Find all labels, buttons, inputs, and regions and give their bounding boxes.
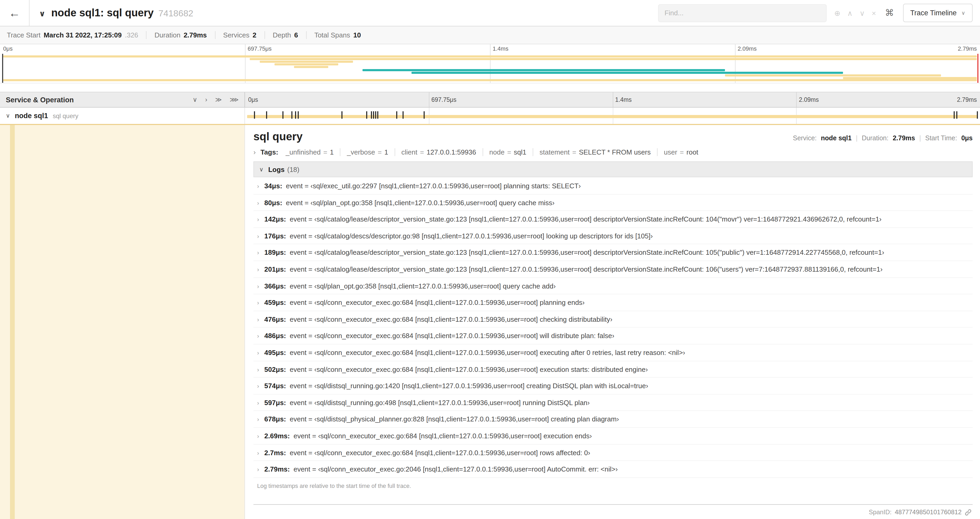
prev-match-icon[interactable]: ∧ <box>847 9 853 17</box>
services-stat: Services 2 <box>215 31 265 39</box>
back-button[interactable]: ← <box>0 0 30 26</box>
log-event-text: event = ‹sql/distsql_running.go:498 [nsq… <box>290 398 590 407</box>
tag-value: 1 <box>384 148 388 156</box>
service-value: node sql1 <box>821 134 852 142</box>
log-event-tick <box>366 111 367 119</box>
total-spans-stat: Total Spans 10 <box>306 31 369 39</box>
tag-equals: = <box>323 148 327 156</box>
tag-equals: = <box>420 148 424 156</box>
log-timestamp: 678μs: <box>264 415 286 423</box>
clear-find-icon[interactable]: × <box>872 9 876 17</box>
expand-one-icon[interactable]: › <box>205 96 207 103</box>
gridline <box>735 44 735 83</box>
depth-label: Depth <box>273 31 291 39</box>
time-tick-label: 2.09ms <box>738 45 757 52</box>
page-title: node sql1: sql query <box>51 7 154 19</box>
log-event-tick <box>423 111 425 119</box>
total-spans-label: Total Spans <box>314 31 350 39</box>
tags-row[interactable]: › Tags: _unfinished=1_verbose=1client=12… <box>253 148 973 156</box>
chevron-down-icon[interactable]: ∨ <box>39 9 45 18</box>
log-row[interactable]: ›574μs:event = ‹sql/distsql_running.go:1… <box>253 378 973 394</box>
trace-start-stat: Trace Start March 31 2022, 17:25:09 .326 <box>7 31 147 39</box>
chevron-down-icon: ∨ <box>961 10 965 16</box>
tag-value: 1 <box>330 148 334 156</box>
trace-start-value: March 31 2022, 17:25:09 <box>44 31 122 39</box>
minimap-span-bar <box>294 66 328 68</box>
log-row[interactable]: ›80μs:event = ‹sql/plan_opt.go:358 [nsql… <box>253 194 973 211</box>
time-tick-label: 697.75μs <box>248 45 272 52</box>
span-id-label: SpanID: <box>869 508 892 516</box>
log-event-text: event = ‹sql/distsql_physical_planner.go… <box>290 415 619 423</box>
log-row[interactable]: ›34μs:event = ‹sql/exec_util.go:2297 [ns… <box>253 178 973 194</box>
time-tick-label: 2.09ms <box>799 96 819 103</box>
service-operation-label: Service & Operation <box>6 96 74 104</box>
log-timestamp: 574μs: <box>264 382 286 390</box>
span-detail-panel: sql query Service: node sql1 | Duration:… <box>245 125 980 519</box>
link-icon[interactable] <box>965 509 972 516</box>
time-tick-label: 1.4ms <box>615 96 632 103</box>
log-row[interactable]: ›176μs:event = ‹sql/catalog/descs/descri… <box>253 228 973 244</box>
log-row[interactable]: ›201μs:event = ‹sql/catalog/lease/descri… <box>253 261 973 278</box>
chevron-down-icon[interactable]: ∨ <box>6 112 10 119</box>
log-row[interactable]: ›459μs:event = ‹sql/conn_executor_exec.g… <box>253 294 973 311</box>
log-row[interactable]: ›189μs:event = ‹sql/catalog/lease/descri… <box>253 244 973 261</box>
tag-item: client=127.0.0.1:59936 <box>395 148 483 156</box>
log-row[interactable]: ›678μs:event = ‹sql/distsql_physical_pla… <box>253 411 973 428</box>
depth-value: 6 <box>294 31 298 39</box>
gridline <box>245 44 245 83</box>
log-row[interactable]: ›2.7ms:event = ‹sql/conn_executor_exec.g… <box>253 444 973 461</box>
log-timestamp: 2.79ms: <box>264 465 290 473</box>
logs-title: Logs <box>268 165 285 173</box>
focus-match-icon[interactable]: ⊕ <box>834 9 840 17</box>
view-selector-label: Trace Timeline <box>910 9 956 17</box>
minimap-span-bar <box>725 74 941 76</box>
view-selector-dropdown[interactable]: Trace Timeline ∨ <box>903 4 973 22</box>
next-match-icon[interactable]: ∨ <box>859 9 865 17</box>
log-row[interactable]: ›2.79ms:event = ‹sql/conn_executor_exec.… <box>253 461 973 477</box>
log-row[interactable]: ›366μs:event = ‹sql/plan_opt.go:358 [nsq… <box>253 278 973 294</box>
tag-key: node <box>489 148 504 156</box>
trace-minimap[interactable]: 0μs697.75μs1.4ms2.09ms2.79ms <box>0 44 980 83</box>
total-spans-value: 10 <box>353 31 361 39</box>
log-row[interactable]: ›476μs:event = ‹sql/conn_executor_exec.g… <box>253 311 973 328</box>
log-event-text: event = ‹sql/plan_opt.go:358 [nsql1,clie… <box>286 199 555 207</box>
tag-value: root <box>687 148 698 156</box>
find-input[interactable] <box>658 4 827 22</box>
log-event-tick <box>977 111 978 119</box>
minimap-left-scrubber[interactable] <box>2 54 3 83</box>
tag-key: user <box>664 148 677 156</box>
timeline-ruler: 0μs697.75μs1.4ms2.09ms2.79ms <box>245 92 980 107</box>
span-service-name: node sql1 <box>15 112 48 120</box>
tags-list: _unfinished=1_verbose=1client=127.0.0.1:… <box>279 148 705 156</box>
keyboard-shortcuts-button[interactable]: ⌘ <box>883 7 896 18</box>
log-timestamp: 176μs: <box>264 232 286 240</box>
time-tick-label: 0μs <box>248 96 258 103</box>
log-timestamp: 486μs: <box>264 332 286 340</box>
log-row[interactable]: ›502μs:event = ‹sql/conn_executor_exec.g… <box>253 361 973 378</box>
span-bar-cell[interactable] <box>245 108 980 124</box>
tag-value: 127.0.0.1:59936 <box>426 148 476 156</box>
start-time-value: 0μs <box>961 134 973 142</box>
log-event-text: event = ‹sql/conn_executor_exec.go:684 [… <box>290 315 612 324</box>
log-timestamp: 597μs: <box>264 398 286 407</box>
log-timestamp: 2.7ms: <box>264 449 286 457</box>
log-event-tick <box>295 111 296 119</box>
log-row[interactable]: ›597μs:event = ‹sql/distsql_running.go:4… <box>253 394 973 411</box>
expand-all-icon[interactable]: ⋙ <box>230 96 239 103</box>
duration-value: 2.79ms <box>893 134 915 142</box>
span-duration-bar[interactable] <box>247 115 978 118</box>
log-row[interactable]: ›495μs:event = ‹sql/conn_executor_exec.g… <box>253 345 973 361</box>
logs-header[interactable]: ∨ Logs (18) <box>253 161 973 177</box>
service-operation-header: Service & Operation ∨ › ≫ ⋙ <box>0 92 245 107</box>
collapse-one-icon[interactable]: ∨ <box>192 96 197 103</box>
log-row[interactable]: ›142μs:event = ‹sql/catalog/lease/descri… <box>253 211 973 228</box>
collapse-all-icon[interactable]: ≫ <box>215 96 222 103</box>
minimap-right-scrubber[interactable] <box>977 54 978 83</box>
tag-key: client <box>401 148 417 156</box>
log-row[interactable]: ›486μs:event = ‹sql/conn_executor_exec.g… <box>253 328 973 345</box>
span-name-cell[interactable]: ∨ node sql1 sql query <box>0 108 245 124</box>
trace-start-ms: .326 <box>125 31 138 39</box>
log-row[interactable]: ›2.69ms:event = ‹sql/conn_executor_exec.… <box>253 428 973 444</box>
gridline <box>796 92 797 107</box>
duration-value: 2.79ms <box>184 31 207 39</box>
